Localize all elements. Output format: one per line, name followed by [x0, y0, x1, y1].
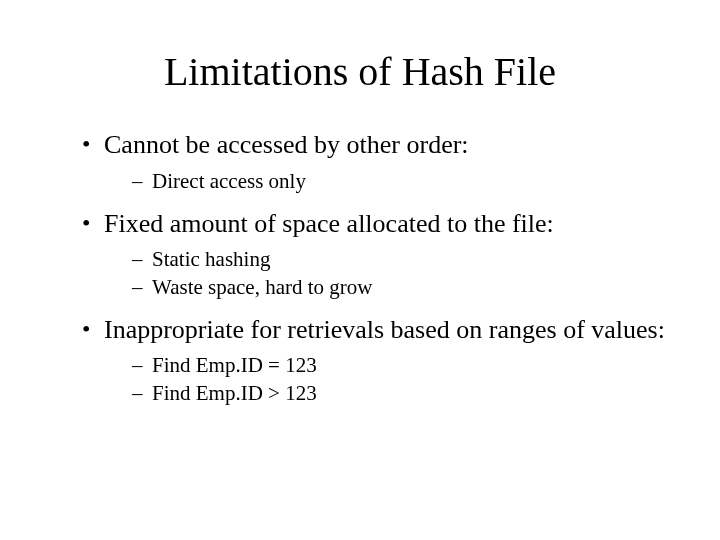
list-item: Find Emp.ID = 123 [132, 352, 670, 378]
bullet-text: Find Emp.ID = 123 [152, 353, 317, 377]
bullet-text: Fixed amount of space allocated to the f… [104, 209, 554, 238]
sub-list: Static hashing Waste space, hard to grow [104, 246, 670, 300]
bullet-text: Inappropriate for retrievals based on ra… [104, 315, 665, 344]
bullet-text: Direct access only [152, 169, 306, 193]
bullet-text: Waste space, hard to grow [152, 275, 372, 299]
list-item: Direct access only [132, 168, 670, 194]
list-item: Find Emp.ID > 123 [132, 380, 670, 406]
sub-list: Find Emp.ID = 123 Find Emp.ID > 123 [104, 352, 670, 406]
bullet-list: Cannot be accessed by other order: Direc… [50, 129, 670, 406]
list-item: Waste space, hard to grow [132, 274, 670, 300]
bullet-text: Find Emp.ID > 123 [152, 381, 317, 405]
list-item: Inappropriate for retrievals based on ra… [82, 314, 670, 406]
list-item: Static hashing [132, 246, 670, 272]
sub-list: Direct access only [104, 168, 670, 194]
list-item: Cannot be accessed by other order: Direc… [82, 129, 670, 194]
list-item: Fixed amount of space allocated to the f… [82, 208, 670, 300]
bullet-text: Static hashing [152, 247, 270, 271]
bullet-text: Cannot be accessed by other order: [104, 130, 469, 159]
slide-title: Limitations of Hash File [50, 48, 670, 95]
